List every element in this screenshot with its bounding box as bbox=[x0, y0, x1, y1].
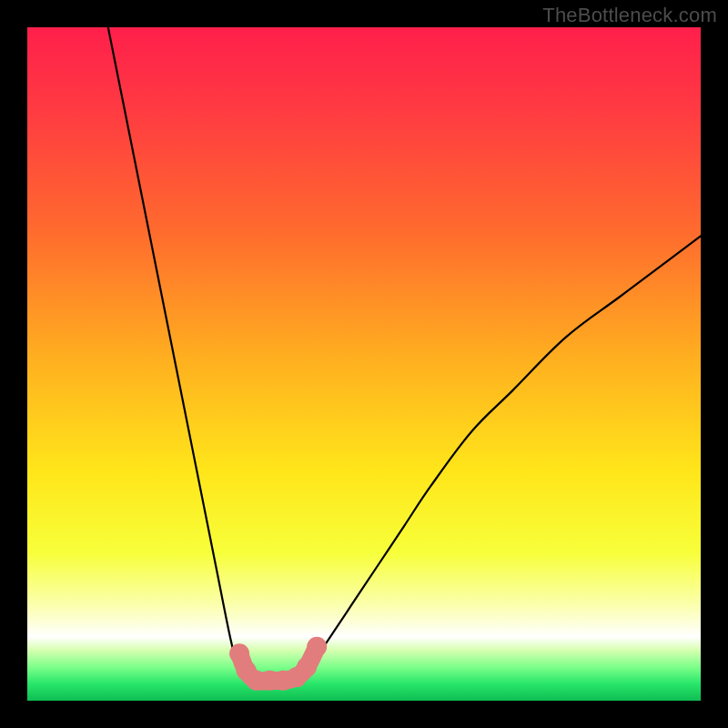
plot-area bbox=[27, 27, 701, 701]
highlight-point bbox=[297, 657, 317, 677]
chart-svg bbox=[27, 27, 701, 701]
chart-frame: TheBottleneck.com bbox=[0, 0, 728, 728]
highlight-point bbox=[307, 637, 327, 657]
watermark-text: TheBottleneck.com bbox=[542, 4, 717, 27]
